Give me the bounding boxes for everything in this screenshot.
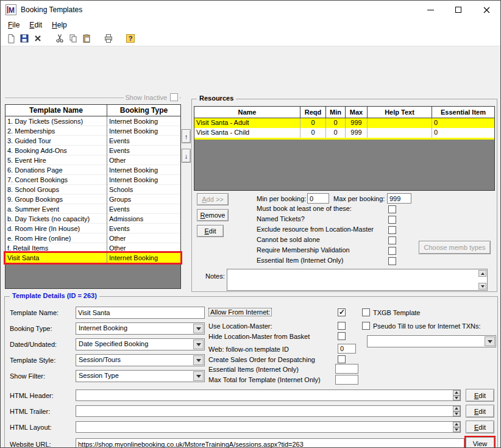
max-total-input[interactable] — [335, 375, 358, 385]
scroll-up-icon[interactable] — [478, 270, 486, 277]
chevron-down-icon[interactable] — [193, 371, 204, 381]
html-header-input[interactable] — [76, 389, 461, 401]
resource-row[interactable]: Visit Santa - Adult009990 — [194, 118, 494, 128]
edit-resource-button[interactable]: Edit — [197, 225, 224, 237]
cell: b. Day Tickets (no capacity) — [5, 214, 107, 224]
delete-icon[interactable] — [31, 32, 44, 45]
resource-option-checkbox[interactable] — [388, 257, 396, 265]
template-row[interactable]: Visit SantaInternet Booking — [5, 253, 180, 263]
resource-option-checkbox[interactable] — [388, 236, 396, 244]
template-row[interactable]: 3. Guided TourEvents — [5, 136, 180, 146]
template-row[interactable]: 9. Group BookingsGroups — [5, 194, 180, 204]
chevron-down-icon[interactable] — [193, 340, 204, 349]
column-header-max[interactable]: Max — [346, 107, 368, 118]
essential-items-input[interactable] — [335, 364, 358, 374]
template-name-input[interactable] — [76, 307, 205, 319]
cell: Other — [107, 233, 180, 243]
txgb-template-checkbox[interactable] — [362, 308, 370, 316]
chevron-down-icon[interactable] — [193, 324, 204, 333]
html-trailer-input[interactable] — [76, 405, 461, 417]
min-per-booking-input[interactable] — [307, 193, 329, 204]
template-row[interactable]: f. Retail ItemsOther — [5, 243, 180, 253]
column-header-template-name[interactable]: Template Name — [5, 105, 107, 116]
cell: 0 — [326, 128, 346, 138]
template-row[interactable]: 7. Concert BookingsInternet Booking — [5, 175, 180, 185]
template-list-frame: Show Inactive — [5, 98, 181, 104]
column-header-help-text[interactable]: Help Text — [368, 107, 432, 118]
allow-from-internet-checkbox[interactable] — [338, 308, 346, 316]
chevron-down-icon[interactable] — [193, 355, 204, 365]
template-row[interactable]: 2. MembershipsInternet Booking — [5, 126, 180, 136]
resource-option-checkbox[interactable] — [388, 205, 396, 213]
resource-row[interactable]: Visit Santa - Child009990 — [194, 128, 494, 138]
help-icon[interactable]: ? — [124, 32, 137, 45]
maximize-button[interactable] — [444, 1, 472, 19]
notes-scrollbar[interactable] — [478, 270, 486, 290]
spinner-icon[interactable] — [453, 406, 460, 416]
template-row[interactable]: 1. Day Tickets (Sessions)Internet Bookin… — [5, 116, 180, 126]
view-button[interactable]: View — [466, 437, 494, 448]
template-row[interactable]: b. Day Tickets (no capacity)Admissions — [5, 214, 180, 224]
html-trailer-edit-button[interactable]: Edit — [466, 405, 494, 418]
save-icon[interactable] — [18, 32, 31, 45]
choose-memb-types-button[interactable]: Choose memb types — [419, 241, 491, 254]
menu-file[interactable]: File — [3, 20, 24, 30]
cut-icon[interactable] — [53, 32, 66, 45]
resource-option-checkbox[interactable] — [388, 226, 396, 234]
template-row[interactable]: 8. School GroupsSchools — [5, 185, 180, 194]
cell: 4. Booking Add-Ons — [5, 146, 107, 155]
minimize-button[interactable] — [416, 1, 444, 19]
website-url-input[interactable] — [76, 438, 464, 448]
web-follow-on-input[interactable] — [338, 344, 356, 354]
print-icon[interactable] — [102, 32, 115, 45]
html-trailer-field[interactable] — [76, 405, 461, 417]
column-header-name[interactable]: Name — [194, 107, 300, 118]
notes-input[interactable] — [227, 269, 488, 291]
column-header-min[interactable]: Min — [326, 107, 346, 118]
resources-table: Name Reqd Min Max Help Text Essential It… — [194, 106, 495, 191]
remove-button[interactable]: Remove — [197, 209, 229, 221]
template-style-select[interactable]: Session/Tours — [76, 354, 205, 366]
move-down-button[interactable]: ↓ — [182, 149, 191, 163]
template-row[interactable]: a. Summer EventEvents — [5, 204, 180, 214]
hide-location-master-checkbox[interactable] — [338, 332, 346, 340]
add-button[interactable]: Add >> — [197, 193, 229, 205]
html-layout-field[interactable] — [76, 421, 461, 433]
dated-undated-select[interactable]: Date Specified Booking — [76, 338, 205, 350]
column-header-booking-type[interactable]: Booking Type — [107, 105, 180, 116]
pseudo-till-select[interactable] — [367, 335, 496, 347]
copy-icon[interactable] — [66, 32, 80, 45]
resource-option-checkbox[interactable] — [388, 247, 396, 255]
template-row[interactable]: d. Room Hire (In House)Events — [5, 224, 180, 233]
menu-help[interactable]: Help — [47, 20, 72, 30]
close-button[interactable] — [472, 1, 500, 19]
html-header-field[interactable] — [76, 389, 461, 401]
spinner-icon[interactable] — [453, 422, 460, 432]
html-layout-edit-button[interactable]: Edit — [466, 421, 494, 433]
spinner-icon[interactable] — [453, 390, 460, 400]
new-icon[interactable] — [4, 32, 18, 45]
cell: Internet Booking — [107, 253, 180, 263]
show-inactive-checkbox[interactable] — [170, 93, 178, 101]
scroll-down-icon[interactable] — [478, 283, 486, 290]
column-header-essential-item[interactable]: Essential Item — [432, 107, 494, 118]
chevron-down-icon[interactable] — [485, 336, 495, 346]
template-row[interactable]: e. Room Hire (online)Other — [5, 233, 180, 243]
template-row[interactable]: 6. Donations PageInternet Booking — [5, 165, 180, 175]
show-filter-select[interactable]: Session Type — [76, 370, 205, 382]
use-location-master-checkbox[interactable] — [338, 322, 346, 330]
max-per-booking-input[interactable] — [387, 193, 411, 204]
booking-type-select[interactable]: Internet Booking — [76, 322, 205, 335]
column-header-reqd[interactable]: Reqd — [300, 107, 326, 118]
resource-option-label: Named Tickets? — [257, 215, 305, 222]
template-row[interactable]: 4. Booking Add-OnsEvents — [5, 146, 180, 155]
move-up-button[interactable]: ↑ — [182, 129, 191, 143]
html-layout-input[interactable] — [76, 421, 461, 433]
html-header-edit-button[interactable]: Edit — [466, 389, 494, 402]
pseudo-till-checkbox[interactable] — [362, 322, 370, 330]
resource-option-checkbox[interactable] — [388, 216, 396, 224]
template-row[interactable]: 5. Event HireOther — [5, 155, 180, 165]
create-sales-order-checkbox[interactable] — [338, 355, 346, 363]
menu-edit[interactable]: Edit — [24, 20, 47, 30]
paste-icon[interactable] — [80, 32, 93, 45]
